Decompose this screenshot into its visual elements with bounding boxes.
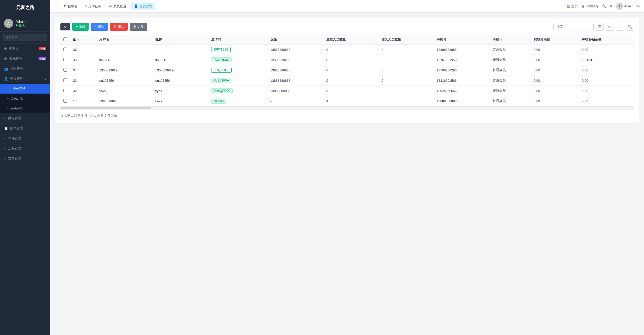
- sidebar-item-article[interactable]: ○ 文章管理: [0, 153, 50, 163]
- sidebar-item-finance[interactable]: ○ 财务管理 ‹: [0, 113, 50, 123]
- table-row: 1 13888888888 boss 888888 -- 4 0 1388888…: [60, 96, 634, 106]
- row-checkbox[interactable]: [63, 48, 67, 51]
- sidebar-item-label: 会员分组: [11, 96, 23, 101]
- sidebar-item-label: 文章管理: [8, 156, 21, 161]
- select-all-checkbox[interactable]: [63, 37, 67, 41]
- cell-direct-count: 0: [323, 75, 378, 86]
- invite-code-badge: 888888: [211, 99, 226, 104]
- chevron-left-icon-currency: ‹: [45, 137, 46, 140]
- horizontal-scrollbar[interactable]: ‹ ›: [60, 106, 634, 110]
- row-checkbox-cell: [60, 65, 70, 75]
- add-button[interactable]: + 添加: [72, 23, 89, 31]
- cell-parent: 13888888888: [267, 86, 323, 96]
- table-body: 36 9FP7B21Q 13888888888 0 0 18888888888 …: [60, 45, 634, 106]
- delete-button[interactable]: 🗑 删除: [110, 23, 128, 31]
- cell-plant-subsidy: 0.00: [579, 86, 634, 96]
- sidebar-item-member-parent[interactable]: 👤 会员管理 ∨: [0, 74, 50, 84]
- home-link[interactable]: 🏠 主页: [566, 4, 578, 9]
- sidebar-item-member-manage[interactable]: 👤 会员管理: [0, 84, 50, 94]
- table-view-icon[interactable]: ☰: [596, 23, 604, 31]
- row-checkbox[interactable]: [63, 99, 67, 103]
- sidebar-item-label: 财务管理: [8, 116, 21, 120]
- search-input[interactable]: [553, 23, 594, 30]
- fullscreen-icon-btn[interactable]: ✕: [610, 4, 613, 8]
- cell-nickname: lf66666: [152, 55, 208, 65]
- sidebar-item-label: 会员管理: [10, 76, 23, 81]
- sidebar-item-dashboard[interactable]: ⚙ 控制台 hot: [0, 44, 50, 54]
- sidebar-item-currency[interactable]: ○ 币种管理 ‹: [0, 133, 50, 143]
- th-level: 等级 ⇅: [490, 35, 531, 45]
- avatar: A: [4, 19, 13, 28]
- sidebar-item-label: 会员管理: [13, 87, 25, 91]
- dashboard-icon: ⚙: [4, 47, 7, 51]
- cell-shopping-balance: 0.00: [531, 86, 579, 96]
- sidebar-item-label: 常规管理: [9, 56, 22, 61]
- row-checkbox[interactable]: [63, 78, 67, 82]
- cell-direct-count: 0: [323, 55, 378, 65]
- table-row: 34 13508238290 13508238290 RQQA386B 1388…: [60, 65, 634, 75]
- cell-phone: 13888888888: [434, 96, 489, 106]
- sidebar-item-permission[interactable]: 👥 权限管理 ‹: [0, 64, 50, 74]
- grid-view-icon[interactable]: ⊞: [606, 23, 614, 31]
- sidebar-item-general[interactable]: ⚙ 常规管理 new: [0, 54, 50, 64]
- scroll-right-arrow[interactable]: ›: [630, 107, 634, 110]
- cell-team-count: 0: [378, 45, 434, 55]
- cell-level: 普通会员: [490, 55, 531, 65]
- menu-toggle-icon[interactable]: ≡: [54, 4, 57, 9]
- tab-member[interactable]: 👤 会员管理: [131, 3, 155, 10]
- tab-sysconfig[interactable]: ⚙ 系统配置: [106, 3, 129, 10]
- edit-button[interactable]: ✎ 编辑: [91, 23, 108, 31]
- tab-dashboard[interactable]: ⚙ 控制台: [61, 3, 81, 10]
- search-menu-input[interactable]: [3, 34, 47, 41]
- cell-direct-count: 0: [323, 86, 378, 96]
- row-checkbox-cell: [60, 75, 70, 86]
- sidebar-logo: 元富之路: [0, 0, 50, 15]
- cell-parent: 13888888888: [267, 45, 323, 55]
- cell-phone: 13508238290: [434, 65, 489, 75]
- content-area: ↻ + 添加 ✎ 编辑 🗑 删除 ⚙ 更多 ☰ ⊞ ⊟ 🔍: [50, 13, 644, 335]
- member-submenu: 👤 会员管理 ○ 会员分组 ○ 会员等级: [0, 84, 50, 113]
- sort-icon-id[interactable]: ⇅: [77, 38, 79, 41]
- tab-scheduled[interactable]: ≡ 定时任务: [82, 3, 105, 10]
- refresh-button[interactable]: ↻: [60, 23, 70, 30]
- sidebar-item-crowdfund[interactable]: ○ 众筹管理 ‹: [0, 143, 50, 153]
- sidebar-item-member-level[interactable]: ○ 会员等级: [0, 103, 50, 113]
- username-label: Admin: [16, 19, 26, 23]
- sort-icon-level[interactable]: ⇅: [500, 38, 502, 41]
- chevron-left-icon: ‹: [45, 67, 46, 70]
- status-text: 在线: [19, 23, 25, 28]
- table-wrapper: ID ⇅ 用户名 昵称 邀请码 父级 直推人员数量 团队人员数量 手机号 等级 …: [60, 35, 634, 110]
- th-parent: 父级: [267, 35, 323, 45]
- invite-code-badge: DHVQPCO2: [211, 88, 233, 93]
- search-icon-btn[interactable]: 🔍: [602, 4, 606, 8]
- row-checkbox[interactable]: [63, 68, 67, 72]
- sidebar-item-version[interactable]: 📋 版本管理: [0, 123, 50, 133]
- search-submit-icon[interactable]: 🔍: [626, 23, 634, 31]
- cell-phone: 13026666666: [434, 86, 489, 96]
- article-icon: ○: [4, 157, 6, 160]
- invite-code-badge: 9FP7B21Q: [211, 47, 231, 52]
- cell-id: 1: [70, 96, 96, 106]
- row-checkbox[interactable]: [63, 58, 67, 61]
- row-checkbox[interactable]: [63, 89, 67, 92]
- member-group-icon: ○: [7, 97, 9, 100]
- column-filter-icon[interactable]: ⊟: [616, 23, 624, 31]
- more-button[interactable]: ⚙ 更多: [130, 23, 147, 31]
- cell-level: 普通会员: [490, 75, 531, 86]
- clear-cache-link[interactable]: 🗑 清除缓存: [581, 4, 599, 9]
- cell-plant-subsidy: 0.00: [579, 96, 634, 106]
- settings-icon-btn[interactable]: ⚙: [637, 4, 640, 8]
- table-row: 33 ou123456 ou123456 FUEV2PFA 1388888888…: [60, 75, 634, 86]
- permission-icon: 👥: [4, 67, 8, 71]
- sidebar-item-member-group[interactable]: ○ 会员分组: [0, 94, 50, 103]
- pagination-text: 显示第 1 到第 6 条记录，总共 6 条记录: [60, 113, 634, 118]
- scheduled-tab-icon: ≡: [85, 4, 87, 8]
- scrollbar-thumb[interactable]: [60, 107, 151, 109]
- user-info: Admin 在线: [16, 19, 26, 28]
- cell-phone: 18888888888: [434, 45, 489, 55]
- cell-invite-code: FUEV2PFA: [208, 75, 267, 86]
- cell-username: 9527: [96, 86, 152, 96]
- trash-icon: 🗑: [581, 4, 585, 8]
- topnav-avatar[interactable]: A Admin: [616, 3, 633, 10]
- topnav: ≡ ⚙ 控制台 ≡ 定时任务 ⚙ 系统配置 👤 会员管理 🏠 主页 🗑 清除缓存: [50, 0, 644, 13]
